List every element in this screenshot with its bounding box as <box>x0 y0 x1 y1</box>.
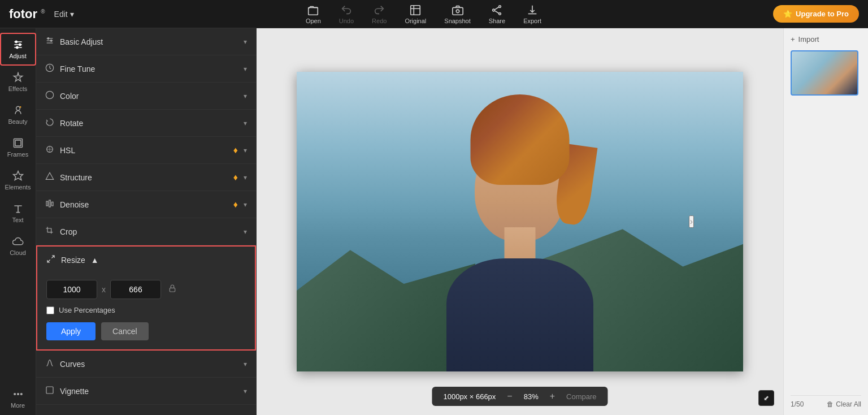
fine-tune-section: Fine Tune ▾ <box>36 55 256 83</box>
resize-icon <box>46 254 55 265</box>
use-percentages-row: Use Percentages <box>46 306 246 314</box>
svg-rect-33 <box>46 387 53 394</box>
main-content: Adjust Effects Beauty Frames Elements Te… <box>0 28 868 415</box>
svg-point-27 <box>50 40 52 42</box>
basic-adjust-section: Basic Adjust ▾ <box>36 28 256 55</box>
snapshot-action[interactable]: Snapshot <box>444 4 470 24</box>
rotate-icon <box>45 118 54 128</box>
resize-actions: Apply Cancel <box>46 322 246 340</box>
share-action[interactable]: Share <box>489 4 505 24</box>
basic-adjust-chevron: ▾ <box>244 38 247 46</box>
topbar: fotor ® Edit ▾ Open Undo Redo Original S… <box>0 0 868 28</box>
resize-inputs: x <box>46 280 246 299</box>
page-count: 1/50 <box>791 400 804 408</box>
right-panel-footer: 1/50 🗑 Clear All <box>791 395 861 408</box>
basic-adjust-header[interactable]: Basic Adjust ▾ <box>36 28 256 55</box>
lock-icon[interactable] <box>168 284 177 295</box>
structure-chevron: ▾ <box>244 174 247 181</box>
redo-action[interactable]: Redo <box>372 4 387 24</box>
tools-panel: Basic Adjust ▾ Fine Tune ▾ Color ▾ <box>36 28 257 415</box>
svg-rect-30 <box>49 200 51 207</box>
panel-toggle-button[interactable]: › <box>689 215 694 228</box>
curves-chevron: ▾ <box>244 360 247 368</box>
color-header[interactable]: Color ▾ <box>36 83 256 109</box>
crop-section: Crop ▾ <box>36 218 256 245</box>
portrait-person <box>424 83 616 371</box>
fine-tune-icon <box>45 63 54 74</box>
sidebar-item-beauty[interactable]: Beauty <box>0 98 36 131</box>
denoise-icon <box>45 199 54 210</box>
edit-menu-button[interactable]: Edit ▾ <box>54 10 74 19</box>
basic-adjust-icon <box>45 36 54 47</box>
color-chevron: ▾ <box>244 92 247 100</box>
sidebar-item-elements[interactable]: Elements <box>0 164 36 197</box>
denoise-header[interactable]: Denoise ♦ ▾ <box>36 191 256 218</box>
sidebar-item-frames[interactable]: Frames <box>0 131 36 164</box>
curves-icon <box>45 358 54 369</box>
resize-header[interactable]: Resize ▲ <box>37 247 255 273</box>
hsl-chevron: ▾ <box>244 146 247 154</box>
hsl-header[interactable]: HSL ♦ ▾ <box>36 137 256 163</box>
resize-x-separator: x <box>102 285 106 294</box>
svg-rect-31 <box>51 202 53 206</box>
thumbnail-item[interactable] <box>791 50 858 96</box>
canvas-area: 1000px × 666px − 83% + Compare ⬋ <box>257 28 783 415</box>
sidebar-item-effects[interactable]: Effects <box>0 66 36 98</box>
svg-rect-0 <box>309 7 318 15</box>
export-action[interactable]: Export <box>523 4 541 24</box>
canvas-dimensions: 1000px × 666px <box>443 392 496 401</box>
crop-header[interactable]: Crop ▾ <box>36 218 256 245</box>
rotate-header[interactable]: Rotate ▾ <box>36 110 256 136</box>
original-action[interactable]: Original <box>405 4 426 24</box>
plus-icon: + <box>791 35 795 44</box>
svg-point-13 <box>19 44 20 45</box>
undo-action[interactable]: Undo <box>339 4 354 24</box>
svg-point-4 <box>499 5 501 7</box>
sidebar-item-text[interactable]: Text <box>0 197 36 230</box>
logo: fotor ® <box>9 7 45 21</box>
svg-point-5 <box>493 9 495 11</box>
use-percentages-checkbox[interactable] <box>46 306 54 314</box>
compare-button[interactable]: Compare <box>566 392 596 401</box>
svg-rect-29 <box>46 201 48 206</box>
rotate-chevron: ▾ <box>244 119 247 127</box>
svg-point-15 <box>16 106 20 110</box>
vignette-header[interactable]: Vignette ▾ <box>36 378 256 404</box>
structure-header[interactable]: Structure ♦ ▾ <box>36 164 256 191</box>
svg-rect-1 <box>411 5 420 15</box>
photo-image <box>297 72 743 371</box>
sidebar-item-cloud[interactable]: Cloud <box>0 230 36 262</box>
svg-point-14 <box>16 46 18 48</box>
clear-all-button[interactable]: 🗑 Clear All <box>827 400 861 408</box>
svg-marker-19 <box>13 171 23 180</box>
curves-header[interactable]: Curves ▾ <box>36 351 256 377</box>
import-button[interactable]: + Import <box>791 35 861 44</box>
right-panel: + Import 1/50 🗑 Clear All <box>783 28 868 415</box>
svg-rect-18 <box>15 140 21 146</box>
curves-section: Curves ▾ <box>36 351 256 378</box>
resize-width-input[interactable] <box>46 280 97 299</box>
open-action[interactable]: Open <box>306 4 321 24</box>
svg-point-12 <box>15 41 17 42</box>
apply-button[interactable]: Apply <box>46 322 96 340</box>
sidebar-item-more[interactable]: More <box>0 382 36 415</box>
hsl-pro-badge: ♦ <box>233 145 238 155</box>
crop-icon <box>45 226 54 237</box>
collapse-button[interactable]: ⬋ <box>758 390 774 406</box>
resize-height-input[interactable] <box>110 280 161 299</box>
fine-tune-chevron: ▾ <box>244 65 247 73</box>
denoise-section: Denoise ♦ ▾ <box>36 191 256 218</box>
upgrade-button[interactable]: ⭐ Upgrade to Pro <box>773 5 859 23</box>
zoom-out-button[interactable]: − <box>505 391 514 401</box>
cancel-button[interactable]: Cancel <box>101 322 149 340</box>
svg-rect-2 <box>452 7 462 15</box>
crop-chevron: ▾ <box>244 228 247 236</box>
sidebar-item-adjust[interactable]: Adjust <box>0 33 36 66</box>
color-icon <box>45 90 54 101</box>
icon-sidebar: Adjust Effects Beauty Frames Elements Te… <box>0 28 36 415</box>
fine-tune-header[interactable]: Fine Tune ▾ <box>36 55 256 82</box>
zoom-in-button[interactable]: + <box>548 391 557 401</box>
hsl-section: HSL ♦ ▾ <box>36 137 256 164</box>
svg-point-16 <box>19 106 21 108</box>
structure-pro-badge: ♦ <box>233 172 238 183</box>
